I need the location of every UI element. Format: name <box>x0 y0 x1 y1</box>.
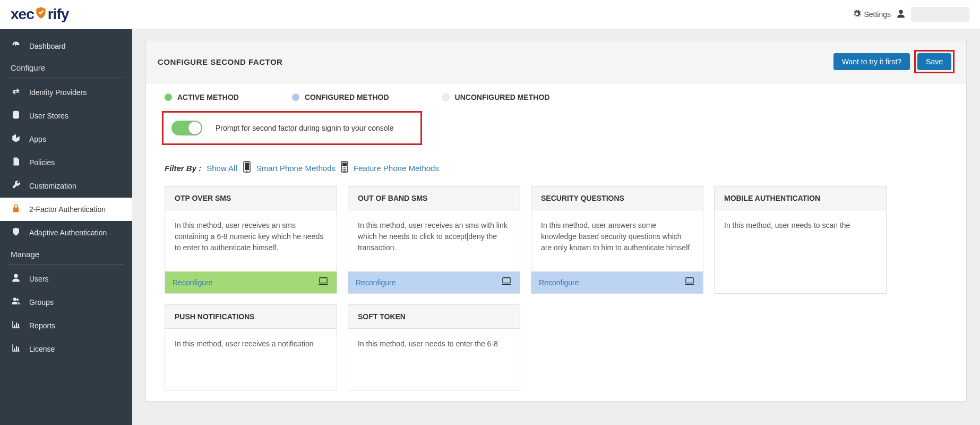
sidebar-item-label: Customization <box>29 182 76 190</box>
shield-icon <box>34 6 48 23</box>
method-card: OTP OVER SMSIn this method, user receive… <box>165 186 337 294</box>
card-body: In this method, user receives a notifica… <box>165 329 337 390</box>
cube-icon <box>11 133 21 145</box>
svg-point-9 <box>342 169 343 170</box>
sidebar-item-customization[interactable]: Customization <box>0 174 132 198</box>
reconfigure-link[interactable]: Reconfigure <box>356 278 396 287</box>
panel: CONFIGURE SECOND FACTOR Want to try it f… <box>145 40 967 402</box>
smartphone-icon <box>243 161 251 175</box>
svg-rect-5 <box>342 163 347 166</box>
sidebar-item-label: User Stores <box>29 112 68 120</box>
card-body: In this method, user receives an sms con… <box>165 210 337 271</box>
sidebar-item-label: Users <box>29 275 49 283</box>
card-title: MOBILE AUTHENTICATION <box>715 186 886 210</box>
sidebar-item-policies[interactable]: Policies <box>0 151 132 174</box>
sidebar-item-label: License <box>29 345 55 353</box>
svg-point-3 <box>246 171 247 172</box>
svg-point-13 <box>344 171 345 172</box>
topbar: xec rify Settings <box>0 0 980 29</box>
svg-rect-15 <box>320 278 327 283</box>
laptop-icon <box>501 277 512 288</box>
sidebar-item-user-stores[interactable]: User Stores <box>0 104 132 128</box>
method-card: PUSH NOTIFICATIONSIn this method, user r… <box>165 304 337 390</box>
laptop-icon <box>317 277 329 288</box>
settings-label: Settings <box>864 10 891 19</box>
svg-point-8 <box>345 167 346 168</box>
sidebar-item-reports[interactable]: Reports <box>0 314 132 337</box>
svg-point-10 <box>344 169 345 170</box>
filter-show-all[interactable]: Show All <box>207 164 237 173</box>
card-body: In this method, user receives an sms wit… <box>348 210 520 271</box>
reconfigure-link[interactable]: Reconfigure <box>173 278 213 287</box>
legend-configured: CONFIGURED METHOD <box>292 93 389 101</box>
legend-configured-label: CONFIGURED METHOD <box>305 93 389 101</box>
main: CONFIGURE SECOND FACTOR Want to try it f… <box>132 29 980 425</box>
toggle-knob <box>188 122 201 134</box>
svg-point-6 <box>342 167 343 168</box>
filter-row: Filter By : Show All Smart Phone Methods… <box>146 156 966 186</box>
chart-icon <box>11 320 21 332</box>
card-body: In this method, user answers some knowle… <box>531 210 703 271</box>
card-footer: Reconfigure <box>165 271 337 293</box>
sidebar: DashboardConfigureIdentity ProvidersUser… <box>0 29 132 425</box>
panel-title: CONFIGURE SECOND FACTOR <box>158 57 282 66</box>
dot-active-icon <box>165 94 172 101</box>
reconfigure-link[interactable]: Reconfigure <box>539 278 579 287</box>
sidebar-item-apps[interactable]: Apps <box>0 128 132 151</box>
settings-link[interactable]: Settings <box>853 10 891 20</box>
user-icon[interactable] <box>896 9 906 20</box>
save-highlight: Save <box>914 50 955 73</box>
lock-icon <box>11 203 21 215</box>
legend-unconfigured-label: UNCONFIGURED METHOD <box>455 93 550 101</box>
doc-icon <box>11 157 21 168</box>
method-card: OUT OF BAND SMSIn this method, user rece… <box>348 186 520 294</box>
sidebar-item-dashboard[interactable]: Dashboard <box>0 35 132 58</box>
exchange-icon <box>11 87 21 98</box>
card-title: OUT OF BAND SMS <box>348 186 520 210</box>
svg-point-7 <box>344 167 345 168</box>
card-title: SECURITY QUESTIONS <box>531 186 703 210</box>
sidebar-section: Configure <box>0 58 132 75</box>
topbar-right: Settings <box>853 7 969 22</box>
save-button[interactable]: Save <box>917 53 951 70</box>
card-title: PUSH NOTIFICATIONS <box>165 305 337 329</box>
users-icon <box>11 296 21 308</box>
logo-text-post: rify <box>48 6 69 23</box>
db-icon <box>11 110 21 122</box>
chart-icon <box>11 343 21 355</box>
try-button[interactable]: Want to try it first? <box>833 53 910 70</box>
laptop-icon <box>684 277 695 288</box>
sidebar-item-identity-providers[interactable]: Identity Providers <box>0 81 132 104</box>
filter-label: Filter By : <box>165 164 201 173</box>
prompt-text: Prompt for second factor during signin t… <box>216 124 393 132</box>
dot-unconfigured-icon <box>442 94 450 101</box>
svg-rect-16 <box>503 278 510 283</box>
svg-rect-17 <box>686 278 693 283</box>
logo-text-pre: xec <box>11 6 34 23</box>
card-title: OTP OVER SMS <box>165 186 337 210</box>
filter-feature[interactable]: Feature Phone Methods <box>354 164 439 173</box>
sidebar-item-users[interactable]: Users <box>0 267 132 291</box>
legend-unconfigured: UNCONFIGURED METHOD <box>442 93 550 101</box>
sidebar-item-label: Adaptive Authentication <box>29 228 107 237</box>
card-footer: Reconfigure <box>348 271 520 293</box>
filter-smart[interactable]: Smart Phone Methods <box>256 164 336 173</box>
card-footer: Reconfigure <box>531 271 703 293</box>
card-body: In this method, user needs to enter the … <box>348 329 520 390</box>
svg-point-12 <box>342 171 343 172</box>
sidebar-item-label: Dashboard <box>29 42 66 50</box>
svg-point-11 <box>345 169 346 170</box>
card-body: In this method, user needs to scan the <box>715 210 886 293</box>
dashboard-icon <box>11 40 21 52</box>
user-name-area[interactable] <box>911 7 969 22</box>
sidebar-item-license[interactable]: License <box>0 337 132 361</box>
sidebar-item-2-factor-authentication[interactable]: 2-Factor Authentication <box>0 198 132 221</box>
sidebar-item-label: Reports <box>29 321 55 330</box>
wrench-icon <box>11 180 21 192</box>
sidebar-item-adaptive-authentication[interactable]: Adaptive Authentication <box>0 221 132 244</box>
sidebar-item-label: Identity Providers <box>29 88 87 97</box>
sidebar-item-groups[interactable]: Groups <box>0 291 132 314</box>
sidebar-divider <box>8 264 124 265</box>
cards: OTP OVER SMSIn this method, user receive… <box>146 186 966 401</box>
prompt-toggle[interactable] <box>171 121 202 135</box>
